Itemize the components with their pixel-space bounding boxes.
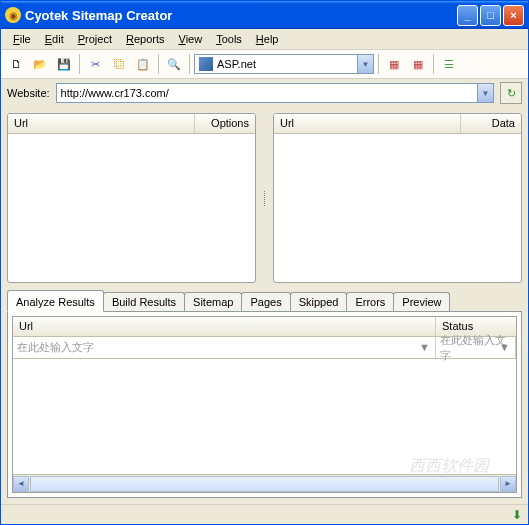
list-button[interactable]: ☰ — [438, 53, 460, 75]
tab-content: Url Status 在此处输入文字 ▼ 在此处输入文字 ▼ — [7, 311, 522, 498]
filter-icon[interactable]: ▼ — [499, 341, 513, 355]
url-text: http://www.cr173.com/ — [61, 87, 169, 99]
save-button[interactable]: 💾 — [53, 53, 75, 75]
menu-file[interactable]: File — [7, 31, 37, 47]
scissors-icon: ✂ — [91, 58, 100, 71]
separator — [79, 54, 80, 74]
maximize-button[interactable]: □ — [480, 5, 501, 26]
paste-button[interactable]: 📋 — [132, 53, 154, 75]
left-panel-header: Url Options — [8, 114, 255, 134]
results-grid: Url Status 在此处输入文字 ▼ 在此处输入文字 ▼ — [12, 316, 517, 493]
right-panel-header: Url Data — [274, 114, 521, 134]
separator — [378, 54, 379, 74]
window-title: Cyotek Sitemap Creator — [25, 8, 457, 23]
filter-icon[interactable]: ▼ — [419, 341, 433, 355]
menubar: File Edit Project Reports View Tools Hel… — [1, 29, 528, 49]
paste-icon: 📋 — [136, 58, 150, 71]
grid-filter-row: 在此处输入文字 ▼ 在此处输入文字 ▼ — [13, 337, 516, 359]
col-options[interactable]: Options — [195, 114, 255, 133]
filter-placeholder: 在此处输入文字 — [17, 340, 94, 355]
combo-dropdown-button[interactable]: ▼ — [357, 55, 373, 73]
separator — [189, 54, 190, 74]
open-button[interactable]: 📂 — [29, 53, 51, 75]
tab-pages[interactable]: Pages — [241, 292, 290, 311]
grid-icon: ▦ — [413, 58, 423, 71]
toolbar: 🗋 📂 💾 ✂ ⿻ 📋 🔍 ASP.net ▼ ▦ ▦ ☰ — [1, 49, 528, 79]
top-panels: Url Options Url Data — [7, 113, 522, 283]
copy-icon: ⿻ — [114, 58, 125, 70]
map-button-1[interactable]: ▦ — [383, 53, 405, 75]
cut-button[interactable]: ✂ — [84, 53, 106, 75]
titlebar[interactable]: ◉ Cyotek Sitemap Creator _ □ × — [1, 1, 528, 29]
website-label: Website: — [7, 87, 50, 99]
grid-icon: ▦ — [389, 58, 399, 71]
col-data[interactable]: Data — [461, 114, 521, 133]
go-button[interactable]: ↻ — [500, 82, 522, 104]
menu-edit[interactable]: Edit — [39, 31, 70, 47]
filter-status[interactable]: 在此处输入文字 ▼ — [436, 337, 516, 358]
menu-tools[interactable]: Tools — [210, 31, 248, 47]
statusbar: ⬇ — [1, 504, 528, 524]
minimize-button[interactable]: _ — [457, 5, 478, 26]
list-icon: ☰ — [444, 58, 454, 71]
new-file-icon: 🗋 — [11, 58, 22, 70]
tab-preview[interactable]: Preview — [393, 292, 450, 311]
app-window: ◉ Cyotek Sitemap Creator _ □ × File Edit… — [0, 0, 529, 525]
app-icon: ◉ — [5, 7, 21, 23]
search-icon: 🔍 — [167, 58, 181, 71]
menu-help[interactable]: Help — [250, 31, 285, 47]
tab-skipped[interactable]: Skipped — [290, 292, 348, 311]
splitter[interactable] — [262, 113, 267, 283]
tab-analyze-results[interactable]: Analyze Results — [7, 290, 104, 312]
tab-sitemap[interactable]: Sitemap — [184, 292, 242, 311]
scroll-right-button[interactable]: ► — [500, 476, 516, 492]
combo-text: ASP.net — [217, 58, 256, 70]
horizontal-scrollbar[interactable]: ◄ ► — [13, 474, 516, 492]
col-url[interactable]: Url — [13, 317, 436, 336]
right-panel: Url Data — [273, 113, 522, 283]
address-bar: Website: http://www.cr173.com/ ▼ ↻ — [1, 79, 528, 107]
save-icon: 💾 — [57, 58, 71, 71]
col-url[interactable]: Url — [8, 114, 195, 133]
filter-url[interactable]: 在此处输入文字 ▼ — [13, 337, 436, 358]
scroll-left-button[interactable]: ◄ — [13, 476, 29, 492]
content-area: Url Options Url Data Analyze Results Bui… — [1, 107, 528, 504]
menu-project[interactable]: Project — [72, 31, 118, 47]
tab-errors[interactable]: Errors — [346, 292, 394, 311]
template-icon — [199, 57, 213, 71]
folder-open-icon: 📂 — [33, 58, 47, 71]
search-button[interactable]: 🔍 — [163, 53, 185, 75]
tab-build-results[interactable]: Build Results — [103, 292, 185, 311]
copy-button[interactable]: ⿻ — [108, 53, 130, 75]
tab-strip: Analyze Results Build Results Sitemap Pa… — [7, 289, 522, 311]
left-panel: Url Options — [7, 113, 256, 283]
menu-reports[interactable]: Reports — [120, 31, 171, 47]
window-buttons: _ □ × — [457, 5, 524, 26]
new-button[interactable]: 🗋 — [5, 53, 27, 75]
download-icon: ⬇ — [512, 508, 522, 522]
separator — [433, 54, 434, 74]
map-button-2[interactable]: ▦ — [407, 53, 429, 75]
template-combo[interactable]: ASP.net ▼ — [194, 54, 374, 74]
refresh-icon: ↻ — [507, 87, 516, 100]
website-input[interactable]: http://www.cr173.com/ ▼ — [56, 83, 494, 103]
col-url[interactable]: Url — [274, 114, 461, 133]
url-dropdown-button[interactable]: ▼ — [477, 84, 493, 102]
menu-view[interactable]: View — [173, 31, 209, 47]
close-button[interactable]: × — [503, 5, 524, 26]
grid-body — [13, 359, 516, 474]
tabs-area: Analyze Results Build Results Sitemap Pa… — [7, 289, 522, 498]
separator — [158, 54, 159, 74]
scroll-track[interactable] — [30, 476, 499, 492]
